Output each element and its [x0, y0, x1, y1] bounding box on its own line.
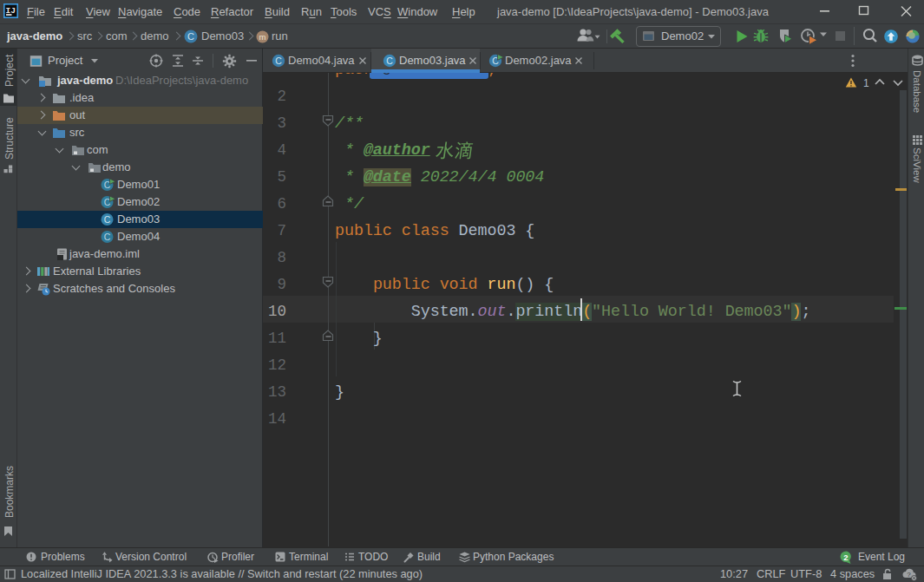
svg-text:m: m — [259, 32, 266, 42]
svg-text:C: C — [104, 214, 111, 225]
svg-text:?: ? — [907, 571, 911, 579]
svg-text:C: C — [275, 56, 282, 66]
svg-text:2: 2 — [843, 553, 848, 562]
svg-text:IJ: IJ — [5, 6, 15, 16]
svg-text:1: 1 — [863, 77, 869, 89]
svg-text:C: C — [104, 232, 111, 242]
svg-text:C: C — [187, 31, 194, 42]
svg-text:C: C — [386, 56, 393, 66]
